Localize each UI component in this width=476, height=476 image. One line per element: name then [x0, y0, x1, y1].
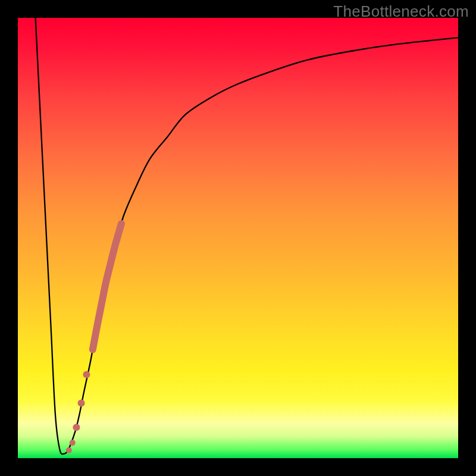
chart-frame: TheBottleneck.com: [0, 0, 476, 476]
marker-dot: [78, 400, 85, 407]
chart-svg: [18, 18, 458, 458]
marker-dot: [66, 447, 72, 453]
bottleneck-curve: [36, 18, 458, 454]
highlight-segment: [93, 224, 121, 350]
watermark-text: TheBottleneck.com: [333, 2, 469, 21]
plot-area: [18, 18, 458, 458]
marker-dot: [70, 440, 76, 446]
marker-dot: [73, 424, 80, 431]
marker-dot: [83, 371, 90, 378]
